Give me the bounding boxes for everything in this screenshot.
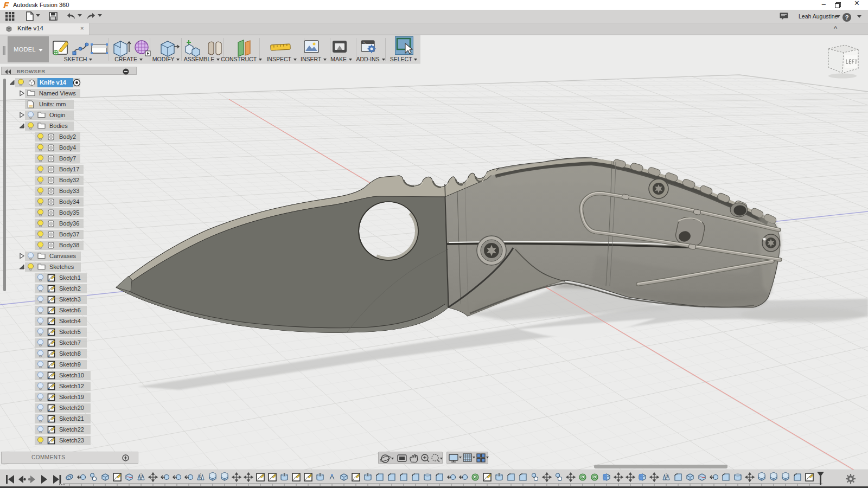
svg-text:>_: >_ (363, 41, 367, 44)
